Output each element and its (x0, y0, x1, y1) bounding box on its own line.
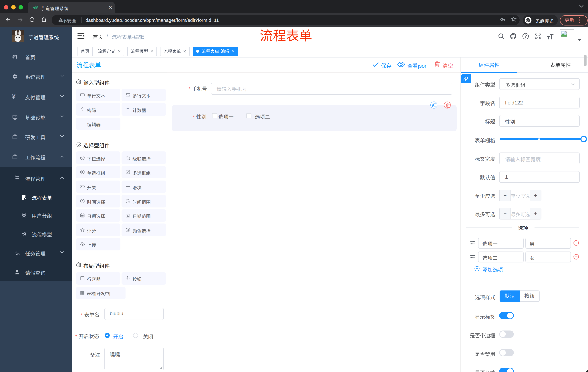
svg-text:123: 123 (126, 107, 129, 110)
